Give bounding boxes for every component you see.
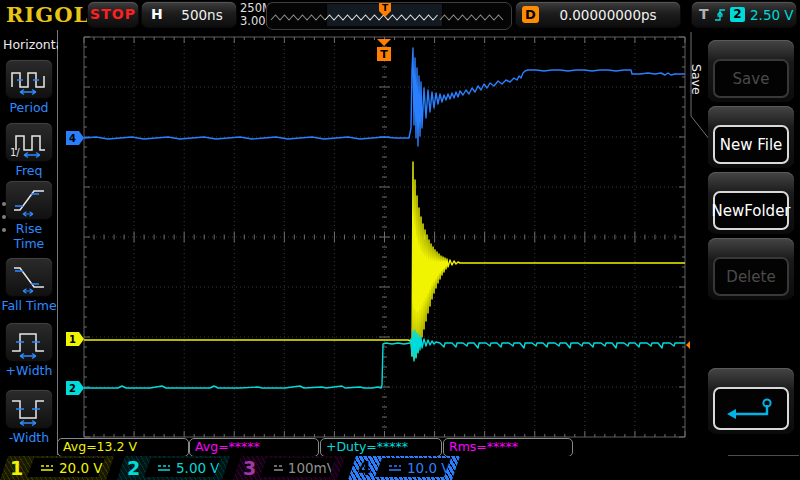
sidebar-item-fall-time[interactable]	[6, 258, 52, 296]
channel4-scale-box: 10.0 V	[375, 458, 451, 477]
sidebar-item-rise-time-label: Rise Time	[0, 221, 58, 251]
oscilloscope-screen: RIGOL STOP H 500ns 250MSa/s 3.00k pts T …	[0, 0, 800, 480]
horizontal-scale-button[interactable]: H 500ns	[142, 2, 236, 27]
minus-width-icon	[9, 392, 49, 426]
rising-edge-icon	[713, 6, 727, 23]
horizontal-scale-value: 500ns	[172, 7, 232, 23]
sidebar-item-freq[interactable]: 1/	[6, 123, 52, 161]
sidebar-item-fall-time-label: Fall Time	[0, 298, 58, 313]
trigger-source-badge: 2	[730, 7, 745, 22]
channel3-status[interactable]: 3 100mV	[233, 456, 345, 480]
channel1-number: 1	[10, 456, 23, 480]
measurement-cell: Avg=13.2 V	[57, 438, 189, 457]
save-menu: Save Save New File NewFolder Delete	[690, 30, 800, 455]
save-button-slot: Save	[708, 40, 794, 102]
trigger-delay-field[interactable]: D 0.00000000ps	[516, 2, 680, 27]
dc-coupling-icon	[273, 463, 283, 473]
dc-coupling-icon	[40, 463, 54, 473]
save-button: Save	[713, 59, 789, 98]
sidebar-item-period[interactable]	[6, 60, 52, 98]
dc-coupling-icon	[388, 463, 402, 473]
svg-text:1/: 1/	[10, 147, 20, 158]
return-arrow-icon	[722, 395, 780, 423]
measurement-cell: +Duty=*****	[320, 438, 442, 457]
horizontal-menu-sidebar: Horizontal Period 1/ Freq Rise Ti	[0, 30, 58, 455]
channel1-scale-box: 20.0 V	[27, 458, 105, 477]
rigol-logo: RIGOL	[6, 2, 89, 27]
horizontal-label: H	[151, 6, 163, 22]
sidebar-item-plus-width-label: +Width	[0, 363, 58, 378]
sidebar-item-period-label: Period	[0, 100, 58, 115]
channel4-number: 4	[358, 456, 371, 480]
svg-text:T: T	[382, 3, 389, 13]
sidebar-item-rise-time[interactable]	[6, 181, 52, 219]
trigger-field[interactable]: T 2 2.50 V	[692, 2, 796, 27]
channel2-number: 2	[127, 456, 140, 480]
sidebar-item-freq-label: Freq	[0, 163, 58, 178]
delay-value: 0.00000000ps	[544, 7, 672, 23]
new-folder-button[interactable]: NewFolder	[713, 191, 789, 230]
channel2-status[interactable]: 2 5.00 V	[117, 456, 230, 480]
dc-coupling-icon	[157, 463, 171, 473]
trigger-label: T	[699, 6, 709, 22]
menu-tab-label: Save	[688, 44, 704, 114]
channel3-scale: 100mV	[288, 460, 336, 476]
measurement-cell: Avg=*****	[189, 438, 319, 457]
plus-width-icon	[9, 325, 49, 359]
rise-time-icon	[9, 183, 49, 217]
back-button[interactable]	[713, 387, 789, 430]
sidebar-item-plus-width[interactable]	[6, 323, 52, 361]
channel3-number: 3	[243, 456, 256, 480]
run-state-badge: STOP	[88, 2, 138, 27]
channel1-status[interactable]: 1 20.0 V	[0, 456, 114, 480]
waveform-display-area	[58, 30, 690, 455]
freq-icon: 1/	[9, 125, 49, 159]
sidebar-item-minus-width[interactable]	[6, 390, 52, 428]
preview-trigger-marker-icon[interactable]: T	[378, 1, 392, 18]
new-folder-button-slot: NewFolder	[708, 172, 794, 234]
new-file-button[interactable]: New File	[713, 125, 789, 164]
period-icon	[9, 62, 49, 96]
channel-status-bar: 1 20.0 V 2 5.00 V 3	[0, 456, 800, 480]
channel2-scale-box: 5.00 V	[144, 458, 221, 477]
channel3-scale-box: 100mV	[260, 458, 336, 477]
measurement-cell: Rms=*****	[443, 438, 573, 457]
waveform-preview-bar: T	[266, 2, 512, 30]
channel1-scale: 20.0 V	[59, 460, 103, 476]
back-button-slot	[708, 368, 794, 434]
channel4-status[interactable]: 4 10.0 V	[348, 456, 460, 480]
fall-time-icon	[9, 260, 49, 294]
trigger-level-value: 2.50 V	[750, 7, 794, 23]
delete-button: Delete	[713, 257, 789, 296]
top-bar: RIGOL STOP H 500ns 250MSa/s 3.00k pts T …	[0, 0, 800, 30]
sidebar-item-minus-width-label: -Width	[0, 430, 58, 445]
delete-button-slot: Delete	[708, 238, 794, 300]
delay-badge: D	[522, 6, 539, 23]
channel2-scale: 5.00 V	[176, 460, 220, 476]
new-file-button-slot: New File	[708, 106, 794, 168]
menu-page-dots	[2, 193, 6, 241]
channel4-scale: 10.0 V	[407, 460, 451, 476]
